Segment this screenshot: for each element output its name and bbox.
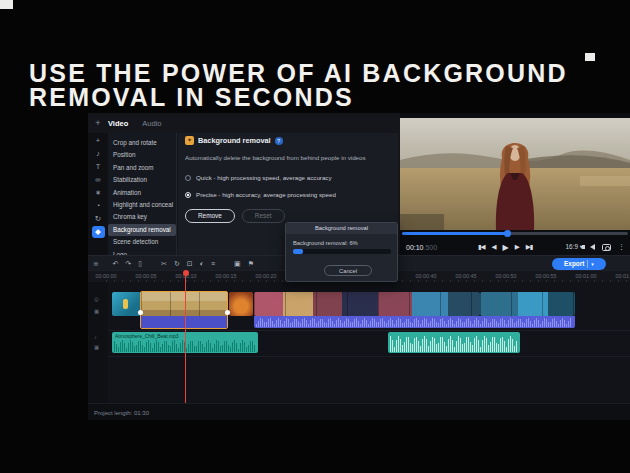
ruler-label: 00:01:05	[616, 273, 630, 279]
toolbar-icons: ↶↷▯✂↻⊡◐≡▣⚑	[112, 260, 260, 268]
trim-handle-right[interactable]	[225, 310, 230, 315]
timeline-tracks: ◎▣♪▣ Atmosphere_Chill_Beat.mp3	[88, 282, 630, 403]
marker-icon[interactable]: ⚑	[248, 260, 254, 268]
ruler-label: 00:00:55	[536, 273, 557, 279]
radio-icon[interactable]	[185, 175, 191, 181]
headline-line1: USE THE POWER OF AI BACKGROUND	[29, 61, 568, 85]
crop-icon[interactable]: ⊡	[187, 260, 193, 268]
project-length: Project length: 01:30	[94, 410, 149, 416]
aspect-ratio-select[interactable]: 16:9 ▾	[566, 243, 583, 251]
background-removal-icon: ✦	[185, 136, 194, 145]
undo-icon[interactable]: ↶	[112, 260, 118, 268]
add-media-icon[interactable]: +	[92, 135, 105, 146]
ruler-label: 00:00:15	[216, 273, 237, 279]
volume-icon[interactable]	[590, 244, 595, 250]
option-label: Quick - high processing speed, average a…	[196, 174, 332, 181]
option-label: Precise - high accuracy, average process…	[196, 191, 336, 198]
tab-bar: + Video Audio	[88, 113, 400, 133]
background-removal-dialog: Background removal Background removal: 6…	[285, 222, 398, 282]
preview-options: 16:9 ▾ ⋮	[566, 243, 625, 251]
ruler-label: 00:00:50	[496, 273, 517, 279]
track-header-rail: ◎▣♪▣	[88, 282, 108, 403]
menu-item-chroma-key[interactable]: Chroma key	[108, 211, 176, 223]
snapshot-icon[interactable]	[602, 244, 611, 251]
ruler-label: 00:00:05	[136, 273, 157, 279]
panel-description: Automatically delete the background from…	[185, 154, 390, 161]
audio-clip[interactable]	[388, 332, 520, 353]
video-clip[interactable]	[480, 292, 575, 316]
skip-start-icon[interactable]: ▮◀	[478, 243, 485, 251]
video-clip-selected[interactable]	[140, 291, 228, 329]
menu-item-position[interactable]: Position	[108, 149, 176, 161]
more-options-icon[interactable]: ⋮	[618, 243, 625, 251]
titles-icon[interactable]: T	[92, 161, 105, 172]
redo-icon[interactable]: ↷	[125, 260, 131, 268]
lock-icon[interactable]: ▣	[94, 344, 99, 350]
menu-item-animation[interactable]: Animation	[108, 187, 176, 199]
ruler-label: 00:00:45	[456, 273, 477, 279]
ruler-label: 00:00:00	[96, 273, 117, 279]
panel-title: Background removal	[198, 136, 271, 145]
status-bar: Project length: 01:30	[88, 403, 630, 420]
panel-buttons: Remove Reset	[185, 209, 285, 223]
corner-decoration	[585, 53, 595, 61]
menu-item-crop-and-rotate[interactable]: Crop and rotate	[108, 137, 176, 149]
speaker-icon[interactable]: ♪	[94, 334, 97, 340]
ruler-label: 00:00:20	[256, 273, 277, 279]
split-icon[interactable]: ✂	[161, 260, 167, 268]
transitions-icon[interactable]: ∞	[92, 174, 105, 185]
waveform	[256, 318, 573, 327]
export-chevron-icon[interactable]: ▾	[591, 261, 594, 267]
current-time-ms: .500	[424, 244, 438, 251]
tab-audio[interactable]: Audio	[142, 119, 161, 128]
reset-button[interactable]: Reset	[242, 209, 285, 223]
eye-icon[interactable]: ◎	[94, 296, 99, 302]
export-button[interactable]: Export ▾	[552, 258, 606, 270]
accuracy-options: Quick - high processing speed, average a…	[185, 169, 336, 203]
seek-handle[interactable]	[504, 230, 511, 237]
accuracy-option[interactable]: Quick - high processing speed, average a…	[185, 169, 336, 186]
color-adjust-icon[interactable]: ◐	[200, 260, 204, 267]
linked-audio-strip	[141, 316, 227, 328]
clip-properties-icon[interactable]: ≡	[211, 260, 215, 267]
corner-decoration	[0, 0, 13, 9]
radio-icon[interactable]	[185, 192, 191, 198]
music-icon[interactable]: ♪	[92, 148, 105, 159]
track-tools-icon[interactable]: ≣	[93, 260, 98, 268]
preview-seek-bar[interactable]	[402, 232, 628, 235]
menu-item-stabilization[interactable]: Stabilization	[108, 174, 176, 186]
menu-item-pan-and-zoom[interactable]: Pan and zoom	[108, 162, 176, 174]
preview-pane: 00:10.500 ▮◀◀▶▶▶▮ 16:9 ▾ ⋮	[400, 113, 630, 255]
menu-item-scene-detection[interactable]: Scene detection	[108, 236, 176, 248]
copy-icon[interactable]: ▣	[234, 260, 241, 268]
effects-icon[interactable]: ∗	[92, 187, 105, 198]
rotate-icon[interactable]: ↻	[174, 260, 180, 268]
speed-icon[interactable]: ◔	[92, 200, 105, 211]
dialog-title: Background removal	[286, 223, 397, 234]
tab-video[interactable]: Video	[108, 119, 128, 128]
menu-item-background-removal[interactable]: Background removal	[108, 224, 176, 236]
help-icon[interactable]: ?	[275, 137, 283, 145]
prev-frame-icon[interactable]: ◀	[492, 243, 496, 251]
accuracy-option[interactable]: Precise - high accuracy, average process…	[185, 186, 336, 203]
cancel-button[interactable]: Cancel	[324, 265, 372, 276]
lane-divider	[88, 356, 630, 357]
add-tab-icon[interactable]: +	[88, 118, 108, 128]
play-icon[interactable]: ▶	[503, 243, 508, 252]
more-tools-icon[interactable]: ◆	[92, 226, 105, 238]
skip-end-icon[interactable]: ▶▮	[526, 243, 533, 251]
next-frame-icon[interactable]: ▶	[515, 243, 519, 251]
ruler-label: 00:00:40	[416, 273, 437, 279]
delete-icon[interactable]: ▯	[138, 260, 142, 268]
playhead[interactable]	[185, 271, 186, 403]
video-clip[interactable]	[254, 292, 480, 316]
lock-icon[interactable]: ▣	[94, 308, 99, 314]
clip-thumbnails	[141, 292, 227, 316]
linked-audio-waveform[interactable]	[254, 316, 575, 328]
sync-icon[interactable]: ↻	[92, 213, 105, 224]
video-clip[interactable]	[112, 292, 141, 316]
trim-handle-left[interactable]	[138, 310, 143, 315]
menu-item-highlight-and-conceal[interactable]: Highlight and conceal	[108, 199, 176, 211]
video-clip[interactable]	[229, 292, 253, 316]
remove-button[interactable]: Remove	[185, 209, 235, 223]
